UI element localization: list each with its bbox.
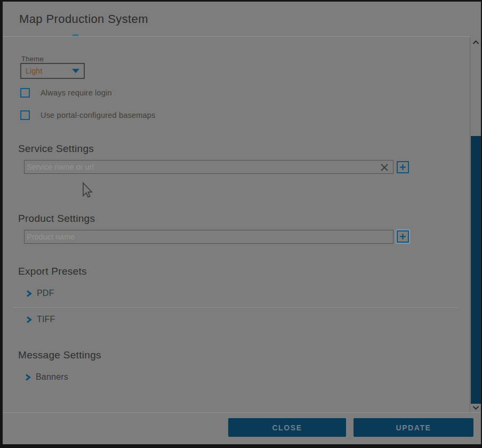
service-settings-heading: Service Settings <box>18 143 94 155</box>
plus-icon <box>399 164 406 171</box>
checkbox-label: Always require login <box>41 89 112 97</box>
product-settings-heading: Product Settings <box>18 213 95 225</box>
window-border-left <box>0 0 3 448</box>
theme-dropdown[interactable]: Light <box>20 63 85 79</box>
dialog-title: Map Production System <box>19 12 148 26</box>
mouse-cursor-icon <box>81 182 93 200</box>
header-divider <box>3 36 470 37</box>
banners-row[interactable]: Banners <box>25 372 68 382</box>
scrollbar-track-border <box>470 37 470 412</box>
export-preset-label: TIFF <box>37 315 55 324</box>
add-product-button[interactable] <box>397 230 409 243</box>
checkbox-label: Use portal-configured basemaps <box>41 111 156 119</box>
chevron-right-icon <box>25 373 31 381</box>
chevron-right-icon <box>26 290 32 298</box>
add-service-button[interactable] <box>397 161 409 173</box>
checkbox-icon[interactable] <box>20 110 30 120</box>
chevron-down-icon <box>72 69 79 73</box>
service-name-input[interactable] <box>24 160 393 174</box>
settings-dialog: Map Production System Theme Light Always… <box>0 0 482 448</box>
export-preset-tiff-row[interactable]: TIFF <box>26 315 55 324</box>
clipped-content-fragment <box>73 34 78 36</box>
export-preset-label: PDF <box>37 289 54 298</box>
product-name-input[interactable] <box>24 230 393 244</box>
window-border-bottom <box>0 444 482 448</box>
scroll-down-icon[interactable] <box>471 404 480 411</box>
close-button[interactable]: CLOSE <box>228 418 346 437</box>
plus-icon <box>399 233 406 240</box>
scroll-up-icon[interactable] <box>471 39 480 46</box>
update-button[interactable]: UPDATE <box>354 418 473 437</box>
checkbox-icon[interactable] <box>20 88 30 98</box>
theme-label: Theme <box>21 55 44 63</box>
clear-icon[interactable] <box>380 163 389 172</box>
scrollbar-thumb[interactable] <box>471 136 481 404</box>
export-presets-heading: Export Presets <box>18 266 87 277</box>
always-require-login-row[interactable]: Always require login <box>20 88 112 98</box>
preset-row-divider <box>13 307 458 308</box>
banners-label: Banners <box>36 372 68 382</box>
window-border-top <box>0 0 482 2</box>
message-settings-heading: Message Settings <box>18 349 101 361</box>
portal-basemaps-row[interactable]: Use portal-configured basemaps <box>20 110 156 120</box>
theme-dropdown-value: Light <box>26 67 72 75</box>
chevron-right-icon <box>26 316 32 324</box>
footer-divider <box>3 412 481 413</box>
export-preset-pdf-row[interactable]: PDF <box>26 289 54 298</box>
